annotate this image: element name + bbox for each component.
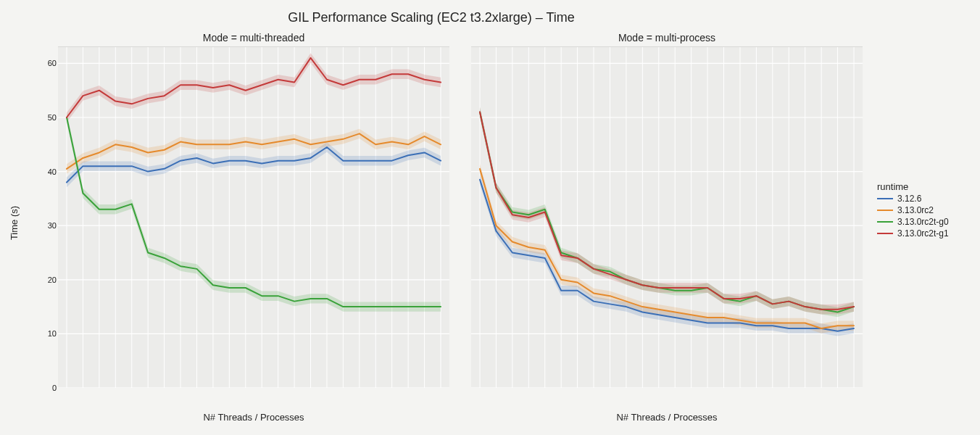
y-ticks-left: 0102030405060 — [36, 47, 57, 388]
legend-label: 3.13.0rc2 — [897, 205, 934, 215]
figure: GIL Performance Scaling (EC2 t3.2xlarge)… — [0, 0, 980, 435]
plot-right-svg — [471, 47, 863, 388]
plot-left-svg — [58, 47, 449, 388]
plot-right: 123456789101112131415161718192021222324 — [471, 46, 863, 388]
y-tick-label: 30 — [48, 221, 57, 230]
plot-left: 0102030405060 12345678910111213141516171… — [58, 46, 449, 388]
legend-swatch-icon — [877, 210, 893, 211]
y-tick-label: 0 — [52, 384, 57, 392]
figure-title: GIL Performance Scaling (EC2 t3.2xlarge)… — [0, 10, 863, 25]
legend-item: 3.13.0rc2t-g0 — [877, 217, 949, 227]
x-axis-label-left: N# Threads / Processes — [58, 412, 449, 423]
legend-label: 3.12.6 — [897, 194, 921, 204]
legend-item: 3.12.6 — [877, 194, 949, 204]
x-axis-label-right: N# Threads / Processes — [471, 412, 863, 423]
y-tick-label: 50 — [48, 113, 57, 122]
y-tick-label: 10 — [48, 329, 57, 338]
legend: runtime 3.12.6 3.13.0rc2 3.13.0rc2t-g0 3… — [877, 181, 949, 240]
legend-label: 3.13.0rc2t-g1 — [897, 228, 949, 239]
y-axis-label: Time (s) — [9, 206, 20, 240]
legend-swatch-icon — [877, 198, 893, 199]
y-tick-label: 40 — [48, 167, 57, 176]
legend-label: 3.13.0rc2t-g0 — [897, 217, 949, 227]
legend-swatch-icon — [877, 221, 893, 223]
panel-title-right: Mode = multi-process — [471, 32, 863, 44]
panel-title-left: Mode = multi-threaded — [58, 32, 449, 44]
legend-swatch-icon — [877, 233, 893, 234]
y-tick-label: 60 — [48, 59, 57, 67]
legend-item: 3.13.0rc2 — [877, 205, 949, 215]
legend-title: runtime — [877, 181, 949, 192]
legend-item: 3.13.0rc2t-g1 — [877, 228, 949, 239]
y-axis-label-container: Time (s) — [12, 0, 26, 435]
y-tick-label: 20 — [48, 276, 57, 284]
y-ticks-right — [449, 47, 470, 388]
